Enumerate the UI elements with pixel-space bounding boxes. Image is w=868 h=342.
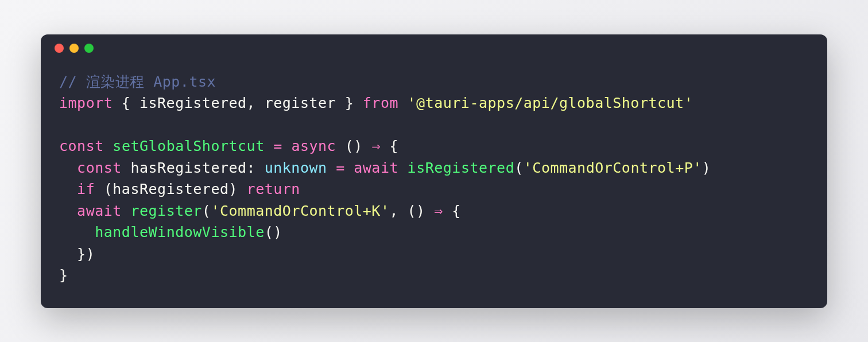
code-token-punct: { [443,203,461,219]
code-token-punct: } [336,95,363,111]
code-token-punct [345,160,354,176]
window-titlebar [41,34,827,62]
code-token-keyword: async [291,138,336,154]
code-token-punct [122,160,131,176]
zoom-icon[interactable] [84,44,94,53]
code-token-func: setGlobalShortcut [113,138,264,154]
code-token-punct [59,203,77,219]
code-token-punct: { [113,95,140,111]
code-token-punct: ) [702,160,711,176]
code-token-keyword: import [59,95,113,111]
code-token-punct: }) [59,246,95,262]
code-token-punct: } [59,267,68,283]
code-window: // 渲染进程 App.tsx import { isRegistered, r… [41,34,827,308]
code-token-keyword: = [273,138,282,154]
code-token-keyword: ⇒ [434,203,443,219]
code-token-punct [265,138,274,154]
code-token-string: '@tauri-apps/api/globalShortcut' [408,95,693,111]
code-token-punct: () [336,138,371,154]
code-token-keyword: await [77,203,122,219]
code-token-punct: (hasRegistered) [95,181,246,197]
code-token-keyword: = [336,160,345,176]
code-token-punct: , [247,95,265,111]
code-token-keyword: ⇒ [371,138,381,154]
code-token-punct [59,160,77,176]
code-token-punct: ( [202,203,211,219]
code-token-punct: ( [514,160,524,176]
code-token-punct [59,181,77,197]
code-token-keyword: const [59,138,104,154]
code-token-comment: // 渲染进程 App.tsx [59,73,216,90]
minimize-icon[interactable] [69,44,79,53]
code-token-ident: hasRegistered [130,160,246,176]
code-token-punct [398,95,408,111]
code-token-string: 'CommandOrControl+P' [524,160,702,176]
code-token-keyword: from [363,95,398,111]
code-token-punct [59,224,95,240]
code-token-keyword: const [77,160,122,176]
code-token-type: unknown [265,160,327,176]
code-token-keyword: if [77,181,95,197]
close-icon[interactable] [55,44,64,53]
code-token-string: 'CommandOrControl+K' [211,203,389,219]
code-token-func: register [130,203,202,219]
code-token-func: handleWindowVisible [95,224,264,240]
code-token-punct [398,160,408,176]
code-token-ident: register [265,95,336,111]
code-token-punct: () [265,224,282,240]
code-token-punct [122,203,131,219]
code-token-punct [327,160,336,176]
code-token-punct: { [381,138,398,154]
code-block: // 渲染进程 App.tsx import { isRegistered, r… [41,62,827,291]
code-token-punct: , () [389,203,434,219]
code-token-ident: isRegistered [140,95,247,111]
code-token-func: isRegistered [408,160,515,176]
code-token-punct: : [247,160,265,176]
code-token-keyword: return [247,181,300,197]
code-token-keyword: await [354,160,398,176]
code-token-punct [282,138,292,154]
code-token-punct [104,138,113,154]
